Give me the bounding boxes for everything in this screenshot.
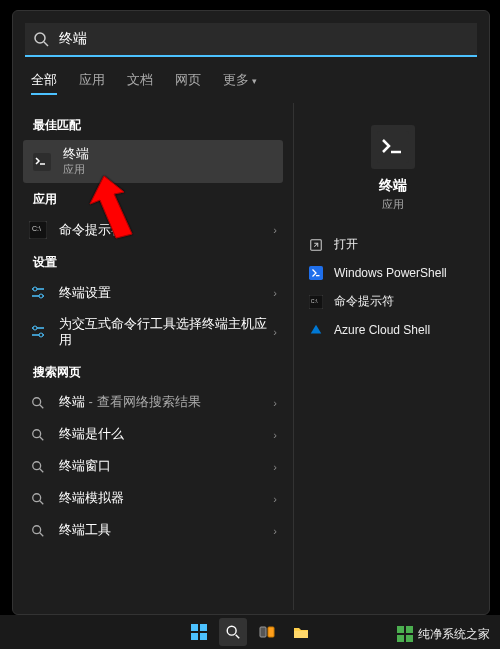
search-bar[interactable] [25, 23, 477, 57]
action-powershell[interactable]: Windows PowerShell [306, 259, 479, 287]
svg-point-13 [39, 333, 43, 337]
chevron-right-icon: › [273, 493, 277, 505]
svg-point-7 [33, 287, 37, 291]
start-button[interactable] [185, 618, 213, 646]
chevron-right-icon: › [273, 326, 277, 338]
svg-line-39 [236, 635, 240, 639]
result-title: 终端设置 [59, 285, 273, 301]
svg-text:C:\: C:\ [32, 225, 41, 232]
watermark-icon [396, 625, 414, 643]
svg-text:C:\: C:\ [311, 297, 318, 303]
svg-line-17 [40, 436, 44, 440]
svg-rect-45 [397, 635, 404, 642]
svg-marker-32 [311, 325, 322, 334]
svg-point-20 [33, 493, 41, 501]
result-terminal-host[interactable]: 为交互式命令行工具选择终端主机应用 › [13, 309, 293, 356]
svg-line-15 [40, 404, 44, 408]
action-azure[interactable]: Azure Cloud Shell [306, 316, 479, 344]
result-detail-pane: 终端 应用 打开 Windows PowerShell C:\ 命令提示符 Az… [293, 103, 489, 610]
taskbar-explorer[interactable] [287, 618, 315, 646]
tab-web[interactable]: 网页 [175, 71, 201, 95]
result-title: 命令提示符 [59, 222, 273, 238]
action-cmd[interactable]: C:\ 命令提示符 [306, 287, 479, 316]
chevron-right-icon: › [273, 461, 277, 473]
section-apps: 应用 [13, 183, 293, 214]
svg-rect-34 [191, 624, 198, 631]
result-web-terminal[interactable]: 终端 - 查看网络搜索结果 › [13, 387, 293, 419]
action-open[interactable]: 打开 [306, 230, 479, 259]
search-tabs: 全部 应用 文档 网页 更多▾ [13, 57, 489, 103]
tab-more[interactable]: 更多▾ [223, 71, 257, 95]
taskbar-taskview[interactable] [253, 618, 281, 646]
result-web-what-is[interactable]: 终端是什么 › [13, 419, 293, 451]
action-label: Windows PowerShell [334, 266, 447, 280]
cmd-icon: C:\ [29, 221, 47, 239]
chevron-right-icon: › [273, 525, 277, 537]
svg-rect-36 [191, 633, 198, 640]
action-label: Azure Cloud Shell [334, 323, 430, 337]
result-terminal-settings[interactable]: 终端设置 › [13, 277, 293, 309]
svg-rect-43 [397, 626, 404, 633]
result-web-window[interactable]: 终端窗口 › [13, 451, 293, 483]
search-icon [29, 394, 47, 412]
taskbar-search[interactable] [219, 618, 247, 646]
svg-point-16 [33, 429, 41, 437]
chevron-right-icon: › [273, 287, 277, 299]
result-web-emulator[interactable]: 终端模拟器 › [13, 483, 293, 515]
result-title: 终端 - 查看网络搜索结果 [59, 394, 273, 410]
svg-line-1 [44, 42, 48, 46]
search-icon [29, 426, 47, 444]
svg-rect-24 [377, 131, 409, 163]
action-label: 命令提示符 [334, 293, 394, 310]
search-icon [29, 490, 47, 508]
search-icon [29, 522, 47, 540]
result-title: 终端窗口 [59, 458, 273, 474]
svg-rect-41 [268, 627, 274, 637]
watermark-text: 纯净系统之家 [418, 626, 490, 643]
svg-rect-40 [260, 627, 266, 637]
tab-apps[interactable]: 应用 [79, 71, 105, 95]
svg-point-14 [33, 397, 41, 405]
result-cmd[interactable]: C:\ 命令提示符 › [13, 214, 293, 246]
tab-documents[interactable]: 文档 [127, 71, 153, 95]
svg-point-22 [33, 525, 41, 533]
tab-all[interactable]: 全部 [31, 71, 57, 95]
chevron-down-icon: ▾ [252, 76, 257, 86]
result-title: 为交互式命令行工具选择终端主机应用 [59, 316, 273, 349]
result-title: 终端 [63, 146, 89, 161]
cmd-icon: C:\ [308, 294, 324, 310]
svg-point-0 [35, 33, 45, 43]
result-terminal-app[interactable]: 终端 应用 [23, 140, 283, 183]
action-label: 打开 [334, 236, 358, 253]
result-title: 终端模拟器 [59, 490, 273, 506]
svg-rect-44 [406, 626, 413, 633]
svg-point-9 [39, 294, 43, 298]
chevron-right-icon: › [273, 397, 277, 409]
svg-point-11 [33, 326, 37, 330]
svg-line-19 [40, 468, 44, 472]
terminal-icon [33, 153, 51, 171]
result-subtitle: 应用 [63, 163, 267, 177]
settings-sliders-icon [29, 284, 47, 302]
result-title: 终端工具 [59, 522, 273, 538]
svg-point-38 [227, 626, 236, 635]
svg-rect-2 [33, 153, 51, 171]
azure-icon [308, 322, 324, 338]
svg-line-23 [40, 532, 44, 536]
svg-rect-46 [406, 635, 413, 642]
section-best-match: 最佳匹配 [13, 109, 293, 140]
svg-rect-35 [200, 624, 207, 631]
search-input[interactable] [57, 30, 469, 48]
settings-sliders-icon [29, 323, 47, 341]
chevron-right-icon: › [273, 224, 277, 236]
section-web: 搜索网页 [13, 356, 293, 387]
svg-rect-42 [294, 631, 308, 638]
chevron-right-icon: › [273, 429, 277, 441]
result-title: 终端是什么 [59, 426, 273, 442]
result-web-tools[interactable]: 终端工具 › [13, 515, 293, 547]
open-icon [308, 237, 324, 253]
watermark: 纯净系统之家 [396, 625, 490, 643]
terminal-icon [371, 125, 415, 169]
svg-point-18 [33, 461, 41, 469]
detail-title: 终端 [379, 177, 407, 195]
